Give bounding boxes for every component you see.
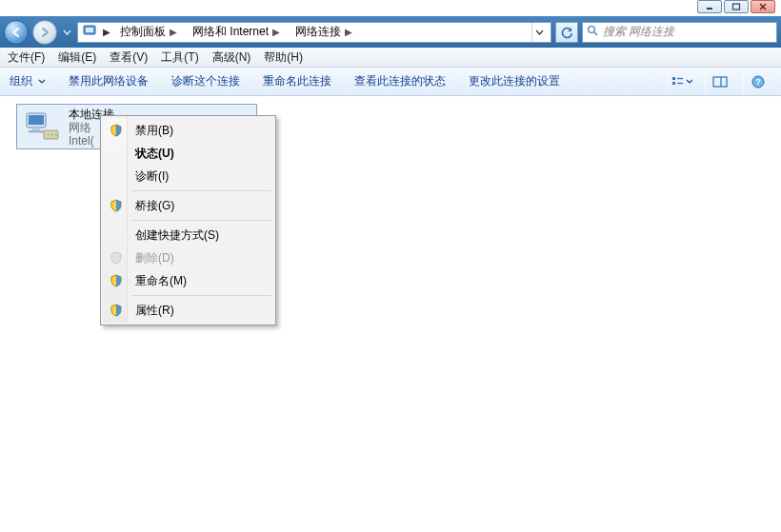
chevron-right-icon: ▶ bbox=[343, 27, 354, 37]
context-diagnose[interactable]: 诊断(I) bbox=[103, 165, 273, 187]
context-item-label: 属性(R) bbox=[135, 303, 174, 319]
context-separator bbox=[131, 220, 271, 221]
navigation-bar: ▶ 控制面板▶ 网络和 Internet▶ 网络连接▶ 搜索 网络连接 bbox=[0, 16, 781, 48]
menu-bar: 文件(F) 编辑(E) 查看(V) 工具(T) 高级(N) 帮助(H) bbox=[0, 48, 781, 68]
breadcrumb-item[interactable]: 网络连接▶ bbox=[291, 23, 358, 42]
svg-text:?: ? bbox=[755, 77, 761, 87]
nav-history-dropdown[interactable] bbox=[61, 23, 73, 42]
svg-rect-9 bbox=[672, 82, 675, 85]
context-item-label: 状态(U) bbox=[135, 146, 174, 162]
command-toolbar: 组织 禁用此网络设备 诊断这个连接 重命名此连接 查看此连接的状态 更改此连接的… bbox=[0, 68, 781, 96]
context-create-shortcut[interactable]: 创建快捷方式(S) bbox=[103, 224, 273, 246]
chevron-right-icon: ▶ bbox=[270, 27, 282, 37]
toolbar-right: ? bbox=[667, 71, 771, 92]
context-menu: 禁用(B) 状态(U) 诊断(I) 桥接(G) 创建快捷方式(S) 删除(D) bbox=[100, 115, 276, 325]
content-area: 本地连接 网络 Intel( 禁用(B) 状态(U) 诊断(I) 桥接(G) bbox=[0, 96, 781, 532]
svg-rect-1 bbox=[733, 4, 740, 10]
preview-pane-button[interactable] bbox=[705, 71, 733, 92]
address-bar[interactable]: ▶ 控制面板▶ 网络和 Internet▶ 网络连接▶ bbox=[77, 22, 551, 43]
svg-point-23 bbox=[55, 134, 57, 136]
context-item-label: 桥接(G) bbox=[135, 198, 174, 214]
organize-label: 组织 bbox=[10, 73, 32, 89]
svg-rect-17 bbox=[29, 115, 44, 125]
context-item-label: 删除(D) bbox=[135, 250, 174, 266]
shield-icon bbox=[108, 197, 125, 214]
context-status[interactable]: 状态(U) bbox=[103, 142, 273, 165]
network-adapter-icon bbox=[23, 108, 61, 146]
breadcrumb-label: 控制面板 bbox=[120, 24, 166, 40]
svg-point-22 bbox=[51, 134, 53, 136]
shield-icon bbox=[108, 302, 125, 319]
title-bar bbox=[0, 0, 781, 16]
toolbar-disable[interactable]: 禁用此网络设备 bbox=[69, 73, 149, 89]
context-separator bbox=[131, 295, 271, 296]
breadcrumb-label: 网络和 Internet bbox=[192, 24, 269, 40]
menu-file[interactable]: 文件(F) bbox=[8, 49, 45, 66]
context-item-label: 创建快捷方式(S) bbox=[135, 227, 219, 244]
maximize-button[interactable] bbox=[724, 0, 749, 13]
window-controls bbox=[697, 0, 775, 13]
svg-rect-19 bbox=[29, 130, 44, 133]
context-separator bbox=[131, 190, 271, 191]
refresh-button[interactable] bbox=[555, 22, 578, 43]
minimize-button[interactable] bbox=[697, 0, 722, 13]
context-delete: 删除(D) bbox=[103, 246, 273, 269]
address-dropdown[interactable] bbox=[531, 23, 547, 42]
toolbar-diagnose[interactable]: 诊断这个连接 bbox=[171, 73, 240, 89]
context-disable[interactable]: 禁用(B) bbox=[103, 119, 273, 142]
chevron-right-icon: ▶ bbox=[103, 27, 110, 37]
svg-rect-18 bbox=[32, 128, 40, 130]
context-rename[interactable]: 重命名(M) bbox=[103, 269, 273, 292]
menu-help[interactable]: 帮助(H) bbox=[264, 49, 303, 66]
toolbar-rename[interactable]: 重命名此连接 bbox=[263, 73, 331, 89]
menu-tools[interactable]: 工具(T) bbox=[161, 49, 198, 66]
chevron-down-icon bbox=[38, 79, 46, 84]
breadcrumb-label: 网络连接 bbox=[295, 24, 341, 40]
context-item-label: 诊断(I) bbox=[135, 168, 169, 185]
svg-rect-12 bbox=[713, 77, 727, 87]
context-item-label: 重命名(M) bbox=[135, 273, 187, 289]
shield-icon bbox=[108, 249, 125, 266]
context-bridge[interactable]: 桥接(G) bbox=[103, 194, 273, 217]
context-properties[interactable]: 属性(R) bbox=[103, 299, 273, 322]
menu-advanced[interactable]: 高级(N) bbox=[212, 49, 251, 66]
menu-view[interactable]: 查看(V) bbox=[110, 49, 148, 66]
help-button[interactable]: ? bbox=[743, 71, 771, 92]
search-input[interactable]: 搜索 网络连接 bbox=[582, 22, 777, 43]
breadcrumb-item[interactable]: 网络和 Internet▶ bbox=[189, 23, 286, 42]
svg-point-21 bbox=[48, 134, 50, 136]
back-button[interactable] bbox=[4, 20, 29, 45]
svg-point-6 bbox=[589, 26, 595, 32]
context-item-label: 禁用(B) bbox=[135, 123, 173, 139]
view-options-button[interactable] bbox=[667, 71, 695, 92]
svg-rect-8 bbox=[672, 77, 675, 80]
chevron-right-icon: ▶ bbox=[168, 27, 179, 37]
close-button[interactable] bbox=[751, 0, 775, 13]
search-icon bbox=[587, 25, 599, 40]
toolbar-changeset[interactable]: 更改此连接的设置 bbox=[469, 73, 560, 89]
organize-button[interactable]: 组织 bbox=[10, 73, 46, 89]
svg-line-7 bbox=[594, 32, 597, 35]
shield-icon bbox=[108, 272, 125, 289]
search-placeholder: 搜索 网络连接 bbox=[603, 24, 674, 40]
menu-edit[interactable]: 编辑(E) bbox=[58, 49, 96, 66]
forward-button[interactable] bbox=[32, 20, 57, 45]
control-panel-icon bbox=[82, 23, 97, 41]
breadcrumb-item[interactable]: 控制面板▶ bbox=[116, 23, 183, 42]
svg-rect-5 bbox=[86, 28, 93, 32]
shield-icon bbox=[108, 122, 125, 139]
toolbar-status[interactable]: 查看此连接的状态 bbox=[354, 73, 446, 89]
